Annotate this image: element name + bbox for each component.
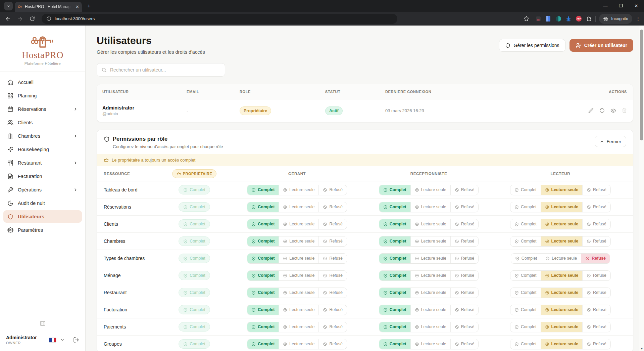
perm-full-button[interactable]: Complet [247,185,279,195]
perm-full-button[interactable]: Complet [510,202,541,212]
perm-read-button[interactable]: Lecture seule [279,236,318,246]
perm-denied-button[interactable]: Refusé [318,305,347,315]
browser-tab[interactable]: HostaPRO - Hotel Management ✕ [15,2,82,12]
perm-read-button[interactable]: Lecture seule [541,271,583,280]
perm-denied-button[interactable]: Refusé [318,236,347,246]
view-user-button[interactable] [610,108,616,114]
perm-full-button[interactable]: Complet [247,219,279,229]
perm-denied-button[interactable]: Refusé [450,271,479,280]
notebook-extension-icon[interactable] [545,15,552,22]
perm-denied-button[interactable]: Refusé [582,288,610,298]
css-extension-icon[interactable] [535,15,542,22]
sidebar-item-planning[interactable]: Planning [3,89,82,102]
perm-full-button[interactable]: Complet [247,305,279,315]
sidebar-item-clients[interactable]: Clients [3,116,82,129]
perm-full-button[interactable]: Complet [379,322,410,332]
browser-menu-icon[interactable]: ⋮ [636,16,641,22]
window-minimize-button[interactable]: — [598,0,613,12]
perm-full-button[interactable]: Complet [247,254,279,263]
perm-denied-button[interactable]: Refusé [582,219,610,229]
perm-denied-button[interactable]: Refusé [318,322,347,332]
perm-denied-button[interactable]: Refusé [582,305,610,315]
perm-full-button[interactable]: Complet [510,322,541,332]
perm-full-button[interactable]: Complet [247,322,279,332]
sidebar-item-facturation[interactable]: Facturation [3,170,82,182]
perm-denied-button[interactable]: Refusé [450,236,479,246]
scrollbar-down-arrow[interactable]: ▼ [640,347,643,350]
perm-read-button[interactable]: Lecture seule [410,271,450,280]
perm-denied-button[interactable]: Refusé [582,339,610,349]
perm-denied-button[interactable]: Refusé [318,339,347,349]
perm-denied-button[interactable]: Refusé [582,185,610,195]
manage-permissions-button[interactable]: Gérer les permissions [499,39,565,52]
perm-read-button[interactable]: Lecture seule [541,254,581,263]
perm-read-button[interactable]: Lecture seule [541,339,583,349]
perm-full-button[interactable]: Complet [379,339,410,349]
search-input[interactable] [110,67,220,73]
perm-denied-button[interactable]: Refusé [582,202,610,212]
perm-denied-button[interactable]: Refusé [450,254,479,263]
perm-read-button[interactable]: Lecture seule [279,288,318,298]
perm-full-button[interactable]: Complet [510,339,541,349]
perm-denied-button[interactable]: Refusé [450,219,479,229]
bookmark-star-icon[interactable] [521,13,532,24]
perm-full-button[interactable]: Complet [247,288,279,298]
perm-read-button[interactable]: Lecture seule [279,254,318,263]
create-user-button[interactable]: Créer un utilisateur [569,39,633,52]
perm-read-button[interactable]: Lecture seule [410,219,450,229]
teal-dot-extension-icon[interactable] [555,15,562,22]
perm-denied-button[interactable]: Refusé [318,288,347,298]
page-scrollbar[interactable]: ▼ [639,26,644,351]
perm-read-button[interactable]: Lecture seule [410,339,450,349]
perm-read-button[interactable]: Lecture seule [410,236,450,246]
perm-read-button[interactable]: Lecture seule [410,305,450,315]
perm-full-button[interactable]: Complet [510,271,541,280]
perm-full-button[interactable]: Complet [379,254,410,263]
perm-denied-button[interactable]: Refusé [581,254,610,263]
perm-full-button[interactable]: Complet [510,288,541,298]
perm-full-button[interactable]: Complet [379,288,410,298]
perm-full-button[interactable]: Complet [510,185,541,195]
perm-full-button[interactable]: Complet [510,236,541,246]
perm-full-button[interactable]: Complet [379,202,410,212]
sidebar-item-utilisateurs[interactable]: Utilisateurs [3,210,82,223]
perm-read-button[interactable]: Lecture seule [541,322,583,332]
perm-denied-button[interactable]: Refusé [450,202,479,212]
language-flag-france[interactable] [49,338,56,343]
perm-full-button[interactable]: Complet [379,219,410,229]
sidebar-item-audit-de-nuit[interactable]: Audit de nuit [3,197,82,209]
perm-read-button[interactable]: Lecture seule [279,202,318,212]
perm-denied-button[interactable]: Refusé [318,219,347,229]
logout-button[interactable] [73,337,79,343]
perm-read-button[interactable]: Lecture seule [541,219,583,229]
window-maximize-button[interactable]: ❐ [613,0,629,12]
sidebar-item-housekeeping[interactable]: Housekeeping [3,143,82,156]
perm-denied-button[interactable]: Refusé [318,271,347,280]
perm-read-button[interactable]: Lecture seule [541,288,583,298]
perm-denied-button[interactable]: Refusé [318,254,347,263]
tab-close-icon[interactable]: ✕ [76,5,79,9]
perm-read-button[interactable]: Lecture seule [279,185,318,195]
perm-full-button[interactable]: Complet [247,236,279,246]
sidebar-item-op-rations[interactable]: Opérations [3,183,82,196]
forward-button[interactable] [15,13,26,24]
reset-password-button[interactable] [599,108,605,114]
perm-read-button[interactable]: Lecture seule [410,185,450,195]
new-tab-button[interactable]: + [85,2,93,10]
back-button[interactable] [3,13,13,24]
perm-full-button[interactable]: Complet [247,202,279,212]
perm-full-button[interactable]: Complet [247,271,279,280]
perm-read-button[interactable]: Lecture seule [410,202,450,212]
perm-full-button[interactable]: Complet [510,305,541,315]
perm-full-button[interactable]: Complet [510,219,541,229]
perm-denied-button[interactable]: Refusé [318,185,347,195]
perm-full-button[interactable]: Complet [379,236,410,246]
perm-read-button[interactable]: Lecture seule [279,305,318,315]
perm-denied-button[interactable]: Refusé [450,288,479,298]
perm-read-button[interactable]: Lecture seule [410,288,450,298]
perm-read-button[interactable]: Lecture seule [410,254,450,263]
perm-full-button[interactable]: Complet [379,185,410,195]
perm-read-button[interactable]: Lecture seule [279,339,318,349]
perm-read-button[interactable]: Lecture seule [279,271,318,280]
perm-full-button[interactable]: Complet [379,305,410,315]
